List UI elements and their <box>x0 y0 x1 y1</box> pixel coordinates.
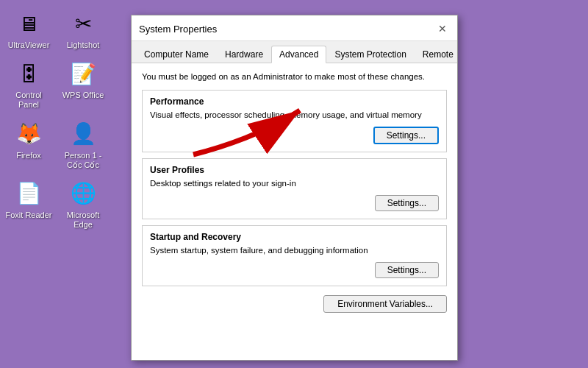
coccoc-icon: 👤 <box>68 119 98 149</box>
performance-btn-row: Settings... <box>150 127 439 144</box>
performance-section: Performance Visual effects, processor sc… <box>142 90 447 152</box>
tab-computer-name[interactable]: Computer Name <box>136 46 217 63</box>
desktop-icons: 🖥 UltraViewer ✂ Lightshot 🎛 Control Pane… <box>0 0 129 368</box>
wps-office-label: WPS Office <box>62 91 104 100</box>
desktop-icon-control-panel[interactable]: 🎛 Control Panel <box>3 56 54 113</box>
startup-recovery-desc: System startup, system failure, and debu… <box>150 245 439 256</box>
startup-recovery-settings-button[interactable]: Settings... <box>375 262 439 278</box>
system-properties-dialog: System Properties ✕ Computer Name Hardwa… <box>131 15 458 361</box>
desktop-icon-edge[interactable]: 🌐 Microsoft Edge <box>57 176 109 233</box>
tab-remote[interactable]: Remote <box>415 46 462 63</box>
ultraviewer-icon: 🖥 <box>14 9 43 38</box>
user-profiles-section: User Profiles Desktop settings related t… <box>142 158 447 219</box>
close-button[interactable]: ✕ <box>435 21 450 36</box>
admin-notice: You must be logged on as an Administrato… <box>142 71 447 82</box>
performance-title: Performance <box>150 96 439 107</box>
environment-variables-button[interactable]: Environment Variables... <box>323 295 447 313</box>
foxit-icon: 📄 <box>14 179 43 208</box>
desktop-icon-wps-office[interactable]: 📝 WPS Office <box>57 56 109 113</box>
control-panel-label: Control Panel <box>4 91 53 110</box>
performance-desc: Visual effects, processor scheduling, me… <box>150 110 439 121</box>
tab-bar: Computer Name Hardware Advanced System P… <box>132 41 457 63</box>
desktop-icon-ultraviewer[interactable]: 🖥 UltraViewer <box>3 6 54 53</box>
edge-icon: 🌐 <box>68 179 98 208</box>
performance-settings-button[interactable]: Settings... <box>373 127 439 144</box>
desktop-icon-lightshot[interactable]: ✂ Lightshot <box>57 6 109 53</box>
startup-recovery-btn-row: Settings... <box>150 262 439 278</box>
user-profiles-title: User Profiles <box>150 165 439 175</box>
edge-label: Microsoft Edge <box>59 210 107 230</box>
firefox-label: Firefox <box>16 151 41 160</box>
dialog-content: You must be logged on as an Administrato… <box>132 63 457 360</box>
title-bar: System Properties ✕ <box>132 15 457 41</box>
startup-recovery-section: Startup and Recovery System startup, sys… <box>142 225 447 286</box>
firefox-icon: 🦊 <box>14 119 43 149</box>
foxit-label: Foxit Reader <box>6 210 52 220</box>
dialog-title: System Properties <box>139 24 217 35</box>
tab-system-protection[interactable]: System Protection <box>326 46 414 63</box>
user-profiles-desc: Desktop settings related to your sign-in <box>150 178 439 189</box>
desktop-icon-foxit[interactable]: 📄 Foxit Reader <box>3 176 54 233</box>
ultraviewer-label: UltraViewer <box>8 40 50 50</box>
lightshot-icon: ✂ <box>68 9 98 38</box>
tab-advanced[interactable]: Advanced <box>271 46 326 63</box>
user-profiles-btn-row: Settings... <box>150 195 439 211</box>
coccoc-label: Person 1 - Cốc Cốc <box>59 151 107 170</box>
control-panel-icon: 🎛 <box>14 59 43 88</box>
env-variables-row: Environment Variables... <box>142 295 447 313</box>
wps-office-icon: 📝 <box>68 59 98 88</box>
user-profiles-settings-button[interactable]: Settings... <box>375 195 439 211</box>
desktop-icon-firefox[interactable]: 🦊 Firefox <box>3 116 54 173</box>
lightshot-label: Lightshot <box>67 40 100 50</box>
desktop-icon-coccoc[interactable]: 👤 Person 1 - Cốc Cốc <box>57 116 109 173</box>
startup-recovery-title: Startup and Recovery <box>150 232 439 242</box>
tab-hardware[interactable]: Hardware <box>217 46 271 63</box>
